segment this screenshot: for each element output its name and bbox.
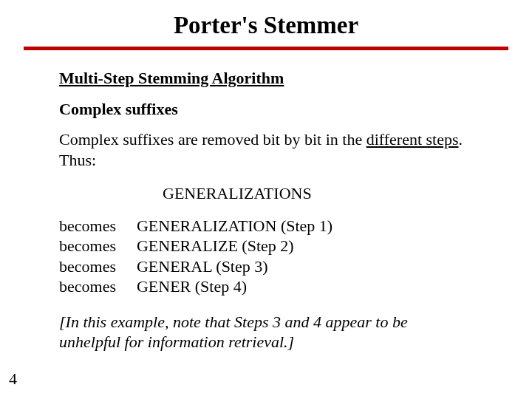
step-left: becomes xyxy=(59,276,137,297)
table-row: becomes GENERALIZE (Step 2) xyxy=(59,236,332,256)
step-left: becomes xyxy=(59,256,137,277)
table-row: becomes GENERAL (Step 3) xyxy=(59,256,332,277)
intro-paragraph: Complex suffixes are removed bit by bit … xyxy=(59,129,473,170)
title-rule xyxy=(24,47,508,50)
step-left: becomes xyxy=(59,236,137,256)
footnote: [In this example, note that Steps 3 and … xyxy=(59,312,473,352)
steps-table: becomes GENERALIZATION (Step 1) becomes … xyxy=(59,216,332,297)
table-row: becomes GENERALIZATION (Step 1) xyxy=(59,216,332,236)
para-underlined: different steps xyxy=(366,130,459,149)
section-label: Complex suffixes xyxy=(59,99,473,120)
slide: Porter's Stemmer Multi-Step Stemming Alg… xyxy=(0,0,532,399)
step-right: GENER (Step 4) xyxy=(137,276,332,297)
page-number: 4 xyxy=(9,369,17,389)
step-right: GENERALIZATION (Step 1) xyxy=(137,216,332,236)
step-right: GENERAL (Step 3) xyxy=(137,256,332,277)
step-right: GENERALIZE (Step 2) xyxy=(137,236,332,256)
step-left: becomes xyxy=(59,216,137,236)
slide-body: Multi-Step Stemming Algorithm Complex su… xyxy=(59,68,473,352)
example-word: GENERALIZATIONS xyxy=(163,183,473,204)
para-lead: Complex suffixes are removed bit by bit … xyxy=(59,130,366,149)
table-row: becomes GENER (Step 4) xyxy=(59,276,332,297)
slide-title: Porter's Stemmer xyxy=(0,0,532,47)
subheading: Multi-Step Stemming Algorithm xyxy=(59,68,473,89)
